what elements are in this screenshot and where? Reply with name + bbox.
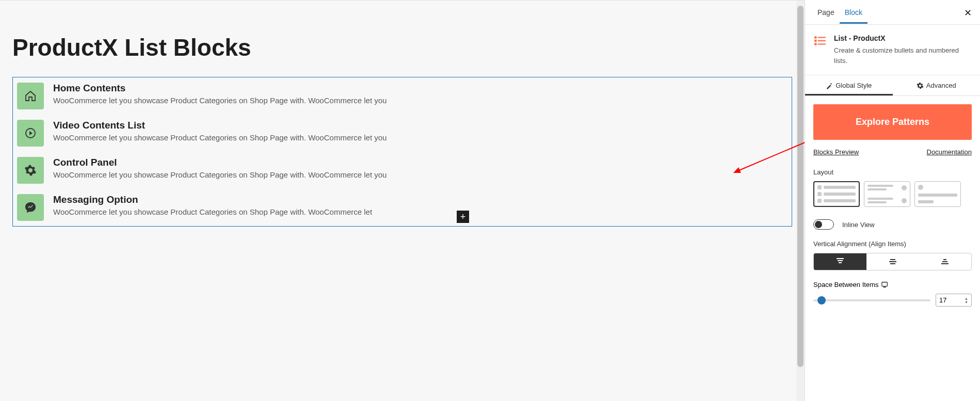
list-item[interactable]: Video Contents List WooCommerce let you …	[13, 115, 792, 152]
svg-rect-12	[889, 261, 896, 262]
svg-rect-18	[883, 286, 886, 287]
layout-label: Layout	[813, 168, 972, 176]
svg-rect-10	[839, 262, 842, 263]
valign-label: Vertical Alignment (Align Items)	[813, 240, 972, 248]
svg-rect-15	[942, 261, 947, 262]
scrollbar-thumb[interactable]	[797, 6, 804, 367]
svg-rect-4	[814, 40, 816, 42]
svg-rect-14	[943, 259, 946, 260]
play-icon	[17, 120, 44, 147]
responsive-icon[interactable]	[881, 281, 889, 288]
gear-icon	[17, 157, 44, 184]
svg-rect-11	[890, 259, 895, 260]
explore-patterns-button[interactable]: Explore Patterns	[813, 104, 972, 140]
list-item[interactable]: Messaging Option WooCommerce let you sho…	[13, 189, 792, 226]
svg-rect-2	[814, 36, 816, 38]
list-item-title[interactable]: Control Panel	[53, 157, 788, 168]
space-slider[interactable]	[813, 299, 930, 301]
list-item-title[interactable]: Messaging Option	[53, 194, 788, 205]
blocks-preview-link[interactable]: Blocks Preview	[813, 148, 859, 156]
svg-rect-9	[838, 260, 843, 261]
block-type-icon	[813, 34, 827, 47]
list-item-title[interactable]: Home Contents	[53, 83, 788, 94]
add-block-button[interactable]: +	[457, 211, 469, 223]
align-bottom-button[interactable]	[919, 253, 971, 270]
svg-rect-5	[818, 40, 826, 41]
editor-canvas: ProductX List Blocks Home Contents WooCo…	[0, 0, 805, 401]
layout-option-2[interactable]	[864, 181, 910, 207]
svg-rect-17	[882, 282, 888, 286]
scrollbar[interactable]	[796, 1, 805, 401]
inline-view-toggle[interactable]	[813, 219, 834, 230]
space-number-input[interactable]: 17 ▲▼	[936, 294, 972, 307]
slider-thumb[interactable]	[817, 296, 826, 304]
list-item-desc[interactable]: WooCommerce let you showcase Product Cat…	[53, 170, 788, 179]
close-icon[interactable]: ✕	[962, 7, 973, 18]
list-item-desc[interactable]: WooCommerce let you showcase Product Cat…	[53, 207, 788, 216]
home-icon	[17, 83, 44, 109]
documentation-link[interactable]: Documentation	[927, 148, 972, 156]
list-block[interactable]: Home Contents WooCommerce let you showca…	[12, 77, 792, 227]
tab-page[interactable]: Page	[812, 1, 840, 24]
gear-icon	[917, 82, 924, 89]
space-between-label: Space Between Items	[813, 281, 878, 288]
block-name: List - ProductX	[834, 34, 972, 42]
settings-sidebar: Page Block ✕ List - ProductX Create & cu…	[805, 0, 980, 401]
list-item-desc[interactable]: WooCommerce let you showcase Product Cat…	[53, 96, 788, 105]
layout-option-3[interactable]	[914, 181, 961, 207]
svg-rect-16	[941, 263, 949, 264]
tab-global-style[interactable]: Global Style	[805, 75, 893, 95]
page-title[interactable]: ProductX List Blocks	[12, 34, 792, 61]
tab-block[interactable]: Block	[840, 1, 867, 24]
list-item-title[interactable]: Video Contents List	[53, 120, 788, 131]
svg-rect-6	[814, 43, 816, 45]
svg-rect-8	[837, 258, 844, 259]
block-description: Create & customize bullets and numbered …	[834, 45, 972, 66]
list-item[interactable]: Control Panel WooCommerce let you showca…	[13, 152, 792, 189]
layout-option-1[interactable]	[813, 181, 860, 207]
list-item-desc[interactable]: WooCommerce let you showcase Product Cat…	[53, 133, 788, 142]
svg-rect-7	[818, 43, 826, 44]
svg-rect-13	[890, 263, 895, 264]
inline-view-label: Inline View	[842, 221, 875, 229]
wand-icon	[826, 82, 833, 89]
align-top-button[interactable]	[814, 253, 866, 270]
list-item[interactable]: Home Contents WooCommerce let you showca…	[13, 77, 792, 115]
tab-advanced[interactable]: Advanced	[893, 75, 981, 95]
message-icon	[17, 194, 44, 221]
svg-rect-3	[818, 37, 826, 38]
align-center-button[interactable]	[866, 253, 919, 270]
